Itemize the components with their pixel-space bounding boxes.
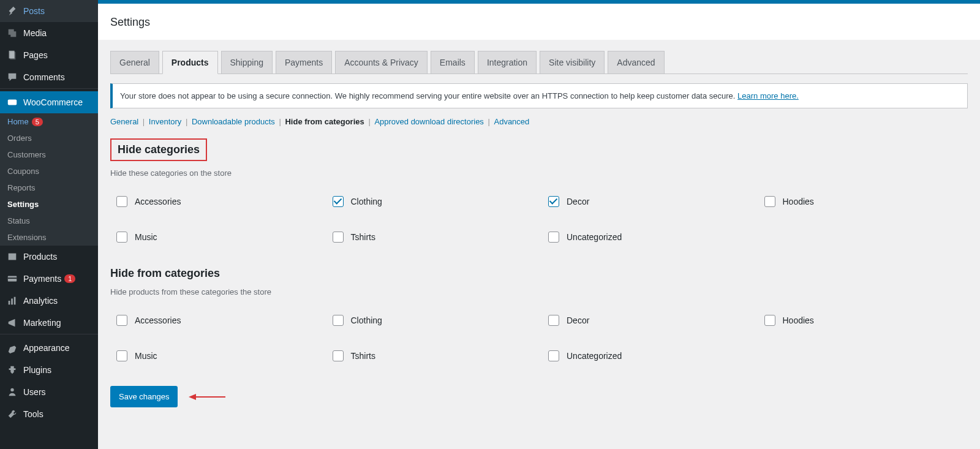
hide-from-category-label[interactable]: Decor [567,315,589,325]
users-icon [6,386,18,398]
sidebar-item-label: Marketing [23,318,61,328]
sidebar-submenu-woocommerce: Home5 Orders Customers Coupons Reports S… [0,113,98,246]
hide-category-checkbox-hoodies[interactable] [764,196,775,207]
hide-from-category-label[interactable]: Tshirts [351,351,375,361]
page-title: Settings [110,16,968,29]
hide-from-category-label[interactable]: Accessories [135,315,181,325]
hide-category-checkbox-uncategorized[interactable] [548,232,559,243]
sidebar-item-analytics[interactable]: Analytics [0,290,98,312]
svg-rect-6 [9,301,10,304]
subtab-advanced[interactable]: Advanced [494,117,529,126]
sidebar-item-label: Analytics [23,296,58,306]
hide-from-category-checkbox-tshirts[interactable] [333,350,344,361]
tab-payments[interactable]: Payments [276,51,332,74]
pin-icon [6,5,18,17]
sidebar-sub-status[interactable]: Status [0,213,98,229]
hide-from-category-label[interactable]: Clothing [351,315,382,325]
sidebar-item-posts[interactable]: Posts [0,0,98,22]
sidebar-item-pages[interactable]: Pages [0,44,98,66]
sidebar-item-label: WooCommerce [23,97,83,107]
subtab-approved-download[interactable]: Approved download directories [374,117,484,126]
hide-category-item: Tshirts [333,232,537,243]
hide-from-category-checkbox-clothing[interactable] [333,315,344,326]
tab-products[interactable]: Products [162,51,218,74]
sidebar-item-payments[interactable]: Payments1 [0,268,98,290]
hide-from-category-checkbox-music[interactable] [116,350,127,361]
hide-category-checkbox-decor[interactable] [548,196,559,207]
sidebar-item-products[interactable]: Products [0,246,98,268]
hide-category-label[interactable]: Accessories [135,197,181,206]
sidebar-sub-coupons[interactable]: Coupons [0,163,98,179]
hide-from-category-checkbox-accessories[interactable] [116,315,127,326]
hide-category-label[interactable]: Music [135,232,157,242]
subtab-downloadable[interactable]: Downloadable products [192,117,275,126]
pages-icon [6,49,18,61]
hide-from-category-item: Hoodies [764,315,968,326]
notice-link[interactable]: Learn more here. [737,91,799,100]
hide-category-checkbox-clothing[interactable] [333,196,344,207]
hide-category-label[interactable]: Tshirts [351,232,375,242]
sidebar-item-label: Tools [23,409,43,419]
page-header: Settings [98,4,980,40]
tab-emails[interactable]: Emails [431,51,475,74]
hide-category-label[interactable]: Hoodies [783,197,814,206]
hide-from-category-item: Uncategorized [548,350,752,361]
subtab-hide-from-categories[interactable]: Hide from categories [285,117,364,126]
sidebar-sub-home[interactable]: Home5 [0,113,98,130]
analytics-icon [6,295,18,307]
sidebar-item-users[interactable]: Users [0,381,98,403]
tab-integration[interactable]: Integration [478,51,537,74]
marketing-icon [6,317,18,329]
tab-general[interactable]: General [110,51,159,74]
sidebar-item-marketing[interactable]: Marketing [0,312,98,334]
plugins-icon [6,364,18,376]
hide-from-category-label[interactable]: Hoodies [783,315,814,325]
arrow-annotation-icon [189,392,225,402]
sidebar-sub-settings[interactable]: Settings [0,196,98,213]
hide-category-label[interactable]: Clothing [351,197,382,206]
hide-category-label[interactable]: Decor [567,197,589,206]
hide-category-item: Accessories [116,196,320,207]
sidebar-item-plugins[interactable]: Plugins [0,359,98,381]
sidebar-item-label: Users [23,387,46,397]
svg-rect-7 [11,298,13,304]
hide-from-category-item: Decor [548,315,752,326]
hide-category-label[interactable]: Uncategorized [567,232,622,242]
tab-shipping[interactable]: Shipping [221,51,273,74]
sidebar-item-comments[interactable]: Comments [0,66,98,88]
hide-category-checkbox-music[interactable] [116,232,127,243]
hide-from-category-label[interactable]: Music [135,351,157,361]
sidebar-sub-extensions[interactable]: Extensions [0,229,98,246]
svg-rect-2 [8,100,17,105]
media-icon [6,27,18,39]
sidebar-item-label: Payments [23,274,61,284]
section-title-hide-categories: Hide categories [110,138,207,161]
sidebar-item-tools[interactable]: Tools [0,403,98,425]
sidebar-sub-reports[interactable]: Reports [0,179,98,196]
hide-from-category-item: Clothing [333,315,537,326]
hide-from-category-label[interactable]: Uncategorized [567,351,622,361]
sidebar-sub-customers[interactable]: Customers [0,146,98,163]
save-changes-button[interactable]: Save changes [110,386,178,407]
sidebar-item-media[interactable]: Media [0,22,98,44]
sidebar-item-appearance[interactable]: Appearance [0,337,98,359]
hide-from-category-checkbox-hoodies[interactable] [764,315,775,326]
hide-category-checkbox-accessories[interactable] [116,196,127,207]
hide-category-checkbox-tshirts[interactable] [333,232,344,243]
sidebar-item-label: Plugins [23,365,51,375]
tab-accounts-privacy[interactable]: Accounts & Privacy [335,51,428,74]
sidebar-item-label: Comments [23,72,65,82]
subtab-inventory[interactable]: Inventory [149,117,181,126]
sidebar-item-label: Appearance [23,343,70,353]
svg-rect-3 [9,254,17,260]
tab-site-visibility[interactable]: Site visibility [540,51,605,74]
hide-category-item: Uncategorized [548,232,752,243]
hide-from-category-checkbox-decor[interactable] [548,315,559,326]
hide-from-category-checkbox-uncategorized[interactable] [548,350,559,361]
sidebar-item-woocommerce[interactable]: WooCommerce [0,91,98,113]
svg-point-9 [10,388,13,391]
tab-advanced[interactable]: Advanced [608,51,664,74]
hide-category-item: Clothing [333,196,537,207]
sidebar-sub-orders[interactable]: Orders [0,130,98,146]
subtab-general[interactable]: General [110,117,138,126]
